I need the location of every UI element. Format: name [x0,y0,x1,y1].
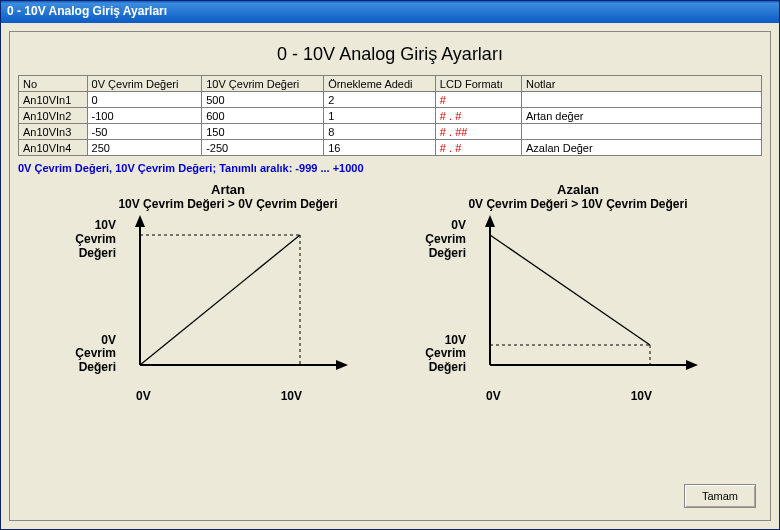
cell-lcd[interactable]: # . # [435,108,521,124]
chart-ascending: Artan 10V Çevrim Değeri > 0V Çevrim Değe… [68,182,388,403]
panel: 0 - 10V Analog Giriş Ayarları No 0V Çevr… [9,31,771,521]
cell-samp[interactable]: 8 [324,124,436,140]
cell-no: An10VIn3 [19,124,88,140]
chart-subtitle: 0V Çevrim Değeri > 10V Çevrim Değeri [418,197,738,211]
page-title: 0 - 10V Analog Giriş Ayarları [18,44,762,65]
table-header-row: No 0V Çevrim Değeri 10V Çevrim Değeri Ör… [19,76,762,92]
cell-0v[interactable]: 250 [87,140,202,156]
chart-row: Artan 10V Çevrim Değeri > 0V Çevrim Değe… [18,182,762,403]
client-area: 0 - 10V Analog Giriş Ayarları No 0V Çevr… [1,23,779,529]
col-notes: Notlar [522,76,762,92]
x-right-label: 10V [281,389,302,403]
col-sample: Örnekleme Adedi [324,76,436,92]
cell-note[interactable] [522,124,762,140]
svg-marker-10 [686,360,698,370]
cell-lcd[interactable]: # . # [435,140,521,156]
y-axis-labels: 10VÇevrimDeğeri 0VÇevrimDeğeri [68,215,120,403]
y-bot-label: 10VÇevrimDeğeri [418,334,466,375]
cell-samp[interactable]: 2 [324,92,436,108]
chart-descending: Azalan 0V Çevrim Değeri > 10V Çevrim Değ… [418,182,738,403]
table-row[interactable]: An10VIn1 0 500 2 # [19,92,762,108]
cell-note[interactable]: Artan değer [522,108,762,124]
col-10v: 10V Çevrim Değeri [202,76,324,92]
x-right-label: 10V [631,389,652,403]
cell-lcd[interactable]: # . ## [435,124,521,140]
chart-svg-descending [470,215,700,385]
cell-10v[interactable]: -250 [202,140,324,156]
svg-marker-1 [135,215,145,227]
cell-10v[interactable]: 600 [202,108,324,124]
y-top-label: 0VÇevrimDeğeri [418,219,466,260]
y-bot-label: 0VÇevrimDeğeri [68,334,116,375]
cell-10v[interactable]: 500 [202,92,324,108]
cell-10v[interactable]: 150 [202,124,324,140]
cell-0v[interactable]: -100 [87,108,202,124]
y-axis-labels: 0VÇevrimDeğeri 10VÇevrimDeğeri [418,215,470,403]
titlebar[interactable]: 0 - 10V Analog Giriş Ayarları [1,1,779,23]
x-left-label: 0V [136,389,151,403]
y-top-label: 10VÇevrimDeğeri [68,219,116,260]
chart-caption: Azalan [418,182,738,197]
analog-input-table[interactable]: No 0V Çevrim Değeri 10V Çevrim Değeri Ör… [18,75,762,156]
col-lcd: LCD Formatı [435,76,521,92]
svg-marker-3 [336,360,348,370]
cell-lcd[interactable]: # [435,92,521,108]
x-left-label: 0V [486,389,501,403]
cell-0v[interactable]: -50 [87,124,202,140]
chart-svg-ascending [120,215,350,385]
cell-note[interactable]: Azalan Değer [522,140,762,156]
svg-line-11 [490,235,650,345]
cell-no: An10VIn1 [19,92,88,108]
cell-no: An10VIn2 [19,108,88,124]
table-row[interactable]: An10VIn2 -100 600 1 # . # Artan değer [19,108,762,124]
table-row[interactable]: An10VIn3 -50 150 8 # . ## [19,124,762,140]
col-0v: 0V Çevrim Değeri [87,76,202,92]
cell-samp[interactable]: 16 [324,140,436,156]
chart-subtitle: 10V Çevrim Değeri > 0V Çevrim Değeri [68,197,388,211]
chart-caption: Artan [68,182,388,197]
cell-0v[interactable]: 0 [87,92,202,108]
ok-button[interactable]: Tamam [684,484,756,508]
range-hint: 0V Çevrim Değeri, 10V Çevrim Değeri; Tan… [18,162,762,174]
col-no: No [19,76,88,92]
window-title: 0 - 10V Analog Giriş Ayarları [7,4,167,18]
cell-samp[interactable]: 1 [324,108,436,124]
svg-line-4 [140,235,300,365]
table-row[interactable]: An10VIn4 250 -250 16 # . # Azalan Değer [19,140,762,156]
window: 0 - 10V Analog Giriş Ayarları 0 - 10V An… [0,0,780,530]
cell-note[interactable] [522,92,762,108]
cell-no: An10VIn4 [19,140,88,156]
svg-marker-8 [485,215,495,227]
